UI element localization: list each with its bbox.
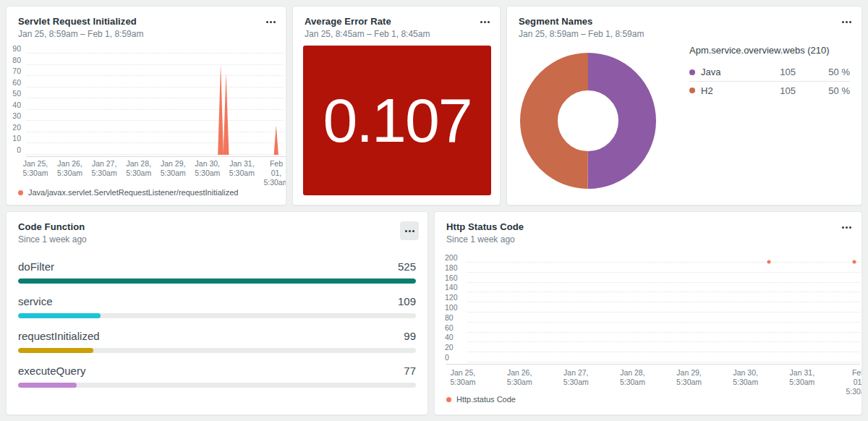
- error-rate-billboard[interactable]: 0.107: [303, 46, 491, 195]
- segment-value: 105: [756, 67, 796, 77]
- y-axis-label: 50: [12, 89, 26, 98]
- segments-table-header: Apm.service.overview.webs (210): [689, 45, 850, 56]
- series-legend-label: Http.status Code: [456, 395, 516, 404]
- y-axis-label: 140: [445, 283, 467, 292]
- panel-segment-names: Segment Names Jan 25, 8:59am – Feb 1, 8:…: [506, 6, 862, 205]
- x-tick-label: Jan 30, 5:30am: [195, 159, 220, 178]
- ellipsis-menu-icon[interactable]: [480, 21, 490, 23]
- y-axis-label: 70: [12, 67, 26, 75]
- x-tick-label: Jan 29, 5:30am: [161, 159, 186, 178]
- segment-name: Java: [701, 67, 720, 77]
- series-color-dot: [446, 397, 451, 402]
- segment-row[interactable]: Java 105 50 %: [689, 63, 850, 81]
- bar-row[interactable]: executeQuery 77: [18, 358, 416, 393]
- scatter-point[interactable]: [767, 260, 771, 264]
- bar-row[interactable]: service 109: [18, 289, 416, 323]
- series-color-dot: [18, 190, 23, 195]
- x-tick-label: Jan 27, 5:30am: [92, 159, 117, 178]
- segment-percent: 50 %: [796, 85, 850, 96]
- segment-color-dot: [689, 88, 695, 93]
- x-tick-label: Jan 25, 5:30am: [450, 368, 475, 387]
- y-axis-label: 120: [445, 293, 467, 302]
- x-axis-line: [446, 364, 860, 365]
- x-axis-line: [26, 156, 286, 157]
- ellipsis-menu-icon[interactable]: [266, 21, 276, 23]
- x-tick-label: Jan 28, 5:30am: [620, 368, 645, 387]
- panel-time-range: Since 1 week ago: [18, 234, 87, 244]
- x-tick-label: Jan 26, 5:30am: [57, 159, 82, 178]
- ellipsis-menu-icon[interactable]: [842, 21, 851, 23]
- function-count: 109: [398, 294, 416, 309]
- function-count: 525: [398, 260, 416, 274]
- bar-fill: [18, 348, 93, 353]
- bar-labels: executeQuery 77: [18, 364, 416, 378]
- segment-name: H2: [701, 85, 713, 96]
- function-name: service: [18, 294, 53, 309]
- panel-time-range: Jan 25, 8:45am – Feb 1, 8:45am: [305, 29, 430, 39]
- x-tick-label: Jan 25, 5:30am: [22, 159, 48, 178]
- panel-title: Servlet Request Initialized: [18, 16, 137, 27]
- series-legend-label: Java/javax.servlet.ServletRequestListene…: [28, 188, 238, 197]
- http-scatter-chart[interactable]: [467, 262, 860, 362]
- bar-track: [18, 313, 416, 318]
- servlet-x-axis: Jan 25, 5:30am Jan 26, 5:30am Jan 27, 5:…: [35, 159, 276, 178]
- y-axis-label: 180: [445, 263, 467, 272]
- y-axis-label: 40: [12, 101, 26, 109]
- panel-code-function: Code Function Since 1 week ago doFilter …: [6, 211, 428, 415]
- y-axis-label: 20: [12, 123, 26, 132]
- code-function-bar-list: doFilter 525 service 109 req: [18, 254, 416, 393]
- function-name: requestInitialized: [18, 329, 100, 344]
- panel-time-range: Jan 25, 8:59am – Feb 1, 8:59am: [18, 29, 143, 39]
- function-name: executeQuery: [18, 364, 85, 378]
- x-tick-label: Jan 31, 5:30am: [229, 159, 255, 178]
- area-series-spikes: [26, 53, 283, 155]
- panel-average-error-rate: Average Error Rate Jan 25, 8:45am – Feb …: [292, 6, 501, 205]
- y-axis-label: 0: [17, 145, 26, 154]
- y-axis-label: 160: [445, 273, 467, 282]
- segments-donut-chart[interactable]: [520, 53, 656, 189]
- bar-track: [18, 278, 416, 284]
- panel-servlet-request-initialized: Servlet Request Initialized Jan 25, 8:59…: [6, 6, 286, 205]
- http-x-axis: Jan 25, 5:30am Jan 26, 5:30am Jan 27, 5:…: [463, 368, 859, 387]
- function-name: doFilter: [18, 260, 54, 274]
- panel-title: Segment Names: [519, 16, 592, 27]
- x-tick-label: Jan 27, 5:30am: [563, 368, 589, 387]
- y-axis-label: 100: [445, 303, 467, 312]
- servlet-legend[interactable]: Java/javax.servlet.ServletRequestListene…: [18, 188, 238, 197]
- segment-percent: 50 %: [796, 67, 850, 77]
- bar-row[interactable]: requestInitialized 99: [18, 323, 416, 358]
- panel-http-status-code: Http Status Code Since 1 week ago 200 18…: [434, 211, 862, 415]
- y-axis-label: 60: [12, 78, 26, 87]
- segment-row[interactable]: H2 105 50 %: [689, 81, 850, 99]
- y-axis-label: 0: [445, 353, 467, 362]
- bar-labels: doFilter 525: [18, 260, 416, 274]
- bar-track: [18, 348, 416, 353]
- panel-time-range: Jan 25, 8:59am – Feb 1, 8:59am: [519, 29, 644, 39]
- y-axis-label: 90: [12, 44, 26, 53]
- x-tick-label: Jan 26, 5:30am: [507, 368, 532, 387]
- function-count: 77: [404, 364, 416, 378]
- bar-fill: [18, 313, 101, 318]
- x-tick-label: Jan 28, 5:30am: [126, 159, 151, 178]
- ellipsis-menu-button[interactable]: [400, 221, 419, 240]
- scatter-point[interactable]: [852, 260, 856, 264]
- segment-color-dot: [689, 69, 695, 75]
- x-tick-label: Jan 29, 5:30am: [676, 368, 702, 387]
- x-tick-label: Feb 01, 5:30am: [263, 159, 286, 187]
- error-rate-value: 0.107: [323, 85, 471, 156]
- bar-row[interactable]: doFilter 525: [18, 254, 416, 289]
- bar-fill: [18, 278, 416, 284]
- ellipsis-menu-icon[interactable]: [842, 226, 851, 229]
- segments-rows: Java 105 50 % H2 105 50 %: [689, 63, 850, 99]
- y-axis-label: 30: [12, 111, 26, 120]
- panel-title: Average Error Rate: [305, 16, 391, 27]
- segments-legend-table: Apm.service.overview.webs (210) Java 105…: [689, 45, 850, 99]
- http-legend[interactable]: Http.status Code: [446, 395, 516, 404]
- servlet-area-chart[interactable]: [26, 53, 283, 155]
- y-axis-label: 10: [12, 134, 26, 143]
- bar-track: [18, 383, 416, 388]
- y-axis-label: 200: [445, 253, 467, 262]
- y-axis-label: 40: [445, 333, 467, 341]
- bar-labels: requestInitialized 99: [18, 329, 416, 344]
- bar-fill: [18, 383, 77, 388]
